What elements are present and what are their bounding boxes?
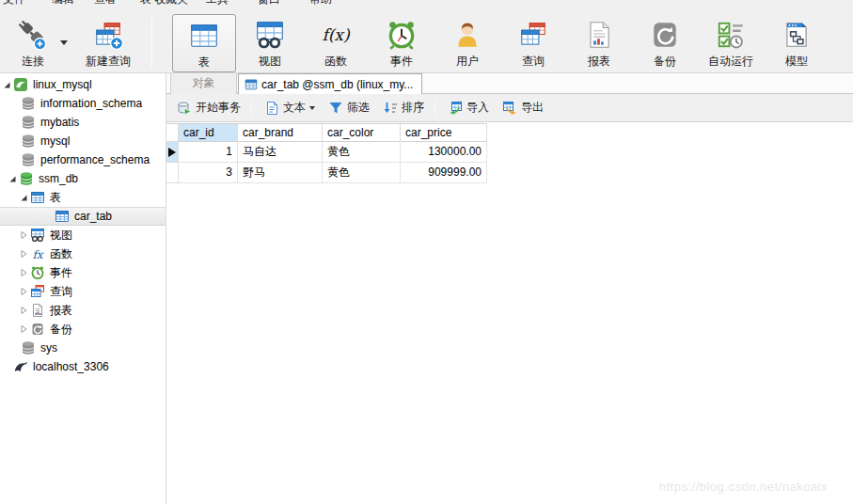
- sidebar-item-performance_schema[interactable]: performance_schema: [0, 150, 166, 169]
- menu-view[interactable]: 查看: [94, 0, 117, 6]
- collapse-arrow-icon[interactable]: [19, 268, 28, 277]
- text-document-icon: [264, 101, 279, 116]
- dropdown-arrow-icon[interactable]: [309, 106, 315, 110]
- collapse-arrow-icon[interactable]: [19, 306, 28, 315]
- tab-bar: 对象 car_tab @ssm_db (linux_my...: [166, 73, 853, 94]
- sidebar-item-ssm_db[interactable]: ssm_db: [0, 169, 166, 188]
- sidebar-item-queries[interactable]: 查询: [0, 282, 166, 301]
- function-icon: [30, 246, 45, 261]
- model-icon: [781, 19, 813, 51]
- expand-arrow-icon[interactable]: [2, 80, 11, 89]
- column-header-car_id[interactable]: car_id: [179, 123, 238, 142]
- connection-tree: linux_mysql information_schema mybatis m…: [0, 73, 166, 504]
- collapse-arrow-icon[interactable]: [19, 249, 28, 259]
- sidebar-item-tables[interactable]: 表: [0, 188, 166, 207]
- database-icon: [21, 115, 36, 130]
- automation-icon: [715, 19, 747, 51]
- views-button[interactable]: 视图: [238, 14, 302, 72]
- menu-tools[interactable]: 工具: [206, 0, 229, 6]
- import-button[interactable]: 导入: [442, 97, 495, 119]
- row-selector[interactable]: [166, 163, 179, 183]
- collapse-arrow-icon[interactable]: [19, 230, 28, 240]
- sidebar-item-linux_mysql[interactable]: linux_mysql: [0, 75, 166, 94]
- cell-car_color[interactable]: 黄色: [323, 142, 401, 163]
- begin-transaction-button[interactable]: 开始事务: [171, 97, 246, 119]
- column-header-car_price[interactable]: car_price: [401, 123, 487, 142]
- menu-edit[interactable]: 编辑: [52, 0, 74, 6]
- toolbar-separator: [434, 100, 435, 117]
- sidebar-item-functions[interactable]: 函数: [0, 244, 166, 263]
- tree-indent: [9, 136, 19, 146]
- connect-dropdown-arrow-icon[interactable]: [60, 40, 68, 45]
- table-toolbar: 开始事务 文本 筛选 排序 导入 导出: [166, 94, 853, 122]
- sidebar-item-mysql[interactable]: mysql: [0, 132, 166, 150]
- menu-file[interactable]: 文件: [3, 0, 25, 6]
- events-button[interactable]: 事件: [370, 14, 434, 72]
- sidebar-item-views[interactable]: 视图: [0, 226, 166, 244]
- tree-indent: [9, 155, 19, 165]
- functions-button[interactable]: 函数: [304, 14, 368, 72]
- export-button[interactable]: 导出: [497, 97, 549, 119]
- tables-button[interactable]: 表: [172, 14, 236, 72]
- collapse-arrow-icon[interactable]: [19, 324, 28, 334]
- mysql-connection-offline-icon: [13, 359, 28, 374]
- table-icon: [188, 20, 220, 52]
- column-header-car_brand[interactable]: car_brand: [238, 123, 323, 142]
- table-icon: [55, 209, 70, 224]
- new-query-button[interactable]: 新建查询: [72, 14, 144, 72]
- sidebar-item-sys[interactable]: sys: [0, 339, 166, 357]
- cell-car_id[interactable]: 3: [179, 163, 238, 183]
- text-mode-button[interactable]: 文本: [259, 97, 321, 119]
- connect-button[interactable]: 连接: [6, 14, 60, 72]
- user-icon: [451, 19, 483, 51]
- automation-button[interactable]: 自动运行: [697, 14, 765, 72]
- menu-table[interactable]: 表: [140, 0, 151, 6]
- expand-arrow-icon[interactable]: [19, 193, 28, 202]
- filter-button[interactable]: 筛选: [323, 97, 375, 119]
- sort-button[interactable]: 排序: [377, 97, 430, 119]
- begin-transaction-icon: [177, 101, 192, 116]
- sidebar-item-mybatis[interactable]: mybatis: [0, 113, 166, 132]
- table-row: 3 野马 黄色 909999.00: [166, 163, 487, 183]
- report-icon: [30, 303, 45, 318]
- expand-arrow-icon[interactable]: [8, 174, 17, 183]
- sidebar-item-localhost_3306[interactable]: localhost_3306: [0, 357, 166, 376]
- event-clock-icon: [386, 19, 418, 51]
- sidebar-item-events[interactable]: 事件: [0, 263, 166, 282]
- tab-objects[interactable]: 对象: [170, 73, 237, 94]
- sort-icon: [383, 101, 398, 116]
- sidebar-item-reports[interactable]: 报表: [0, 301, 166, 320]
- menu-help[interactable]: 帮助: [309, 0, 332, 6]
- query-icon: [30, 284, 45, 299]
- queries-button[interactable]: 查询: [501, 14, 565, 72]
- column-header-car_color[interactable]: car_color: [323, 123, 401, 142]
- reports-button[interactable]: 报表: [567, 14, 631, 72]
- row-selector-current[interactable]: [166, 142, 179, 163]
- sidebar-item-information_schema[interactable]: information_schema: [0, 94, 166, 113]
- sidebar-item-backups[interactable]: 备份: [0, 320, 166, 339]
- model-button[interactable]: 模型: [765, 14, 829, 72]
- toolbar-separator: [251, 100, 252, 117]
- cell-car_id[interactable]: 1: [179, 142, 238, 163]
- cell-car_price[interactable]: 130000.00: [401, 142, 487, 163]
- collapse-arrow-icon[interactable]: [19, 287, 28, 296]
- grid-corner-cell[interactable]: [166, 123, 179, 142]
- menu-favorites[interactable]: 收藏夹: [154, 0, 188, 6]
- database-icon: [21, 152, 36, 167]
- tree-indent: [9, 99, 19, 108]
- tree-indent: [9, 118, 19, 127]
- query-icon: [517, 19, 549, 51]
- backup-button[interactable]: 备份: [633, 14, 697, 72]
- menu-window[interactable]: 窗口: [258, 0, 280, 6]
- cell-car_brand[interactable]: 马自达: [238, 142, 323, 163]
- cell-car_brand[interactable]: 野马: [238, 163, 323, 183]
- users-button[interactable]: 用户: [435, 14, 499, 72]
- table-row: 1 马自达 黄色 130000.00: [166, 142, 487, 163]
- cell-car_price[interactable]: 909999.00: [401, 163, 487, 183]
- database-open-icon: [19, 171, 34, 186]
- tab-car_tab[interactable]: car_tab @ssm_db (linux_my...: [238, 73, 422, 94]
- cell-car_color[interactable]: 黄色: [323, 163, 401, 183]
- sidebar-item-car_tab[interactable]: car_tab: [0, 207, 166, 226]
- database-icon: [21, 134, 36, 149]
- filter-funnel-icon: [328, 101, 343, 116]
